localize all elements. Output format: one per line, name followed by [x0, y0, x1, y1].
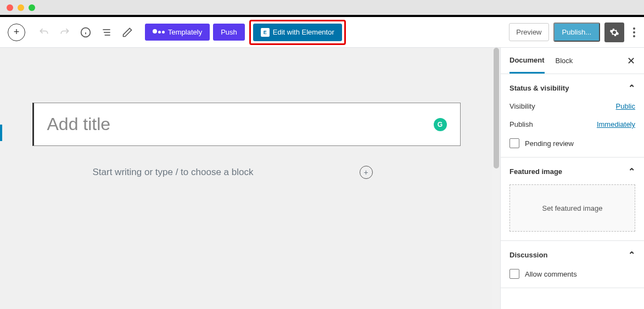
settings-button[interactable]: [604, 23, 624, 42]
preview-button[interactable]: Preview: [509, 23, 548, 41]
tab-document[interactable]: Document: [509, 48, 545, 74]
visibility-value[interactable]: Public: [616, 102, 635, 110]
push-button[interactable]: Push: [213, 24, 245, 41]
edit-button[interactable]: [117, 23, 137, 42]
chevron-up-icon: ⌃: [628, 83, 635, 93]
grammarly-icon[interactable]: G: [434, 118, 447, 131]
window-minimize-icon[interactable]: [18, 4, 24, 11]
body-placeholder-text: Start writing or type / to choose a bloc…: [93, 167, 254, 178]
settings-sidebar: Document Block ✕ Status & visibility ⌃ V…: [500, 48, 644, 309]
window-maximize-icon[interactable]: [29, 4, 35, 11]
status-visibility-header[interactable]: Status & visibility ⌃: [509, 83, 635, 93]
title-placeholder: Add title: [47, 114, 111, 134]
elementor-highlight: E Edit with Elementor: [249, 20, 346, 45]
elementor-icon: E: [261, 28, 270, 37]
window-close-icon[interactable]: [7, 4, 13, 11]
body-block-prompt[interactable]: Start writing or type / to choose a bloc…: [32, 166, 461, 179]
templately-icon: [153, 31, 165, 33]
visibility-label: Visibility: [509, 102, 535, 110]
tab-block[interactable]: Block: [556, 49, 573, 72]
block-indicator: [0, 125, 2, 141]
discussion-header[interactable]: Discussion ⌃: [509, 250, 635, 260]
close-sidebar-button[interactable]: ✕: [627, 55, 635, 67]
more-menu-button[interactable]: [629, 27, 640, 37]
add-block-button[interactable]: +: [8, 24, 25, 41]
featured-image-header[interactable]: Featured image ⌃: [509, 166, 635, 177]
post-title-input[interactable]: Add title G: [32, 103, 461, 146]
top-toolbar: + Templately Push: [0, 17, 644, 48]
outline-button[interactable]: [97, 23, 116, 42]
allow-comments-checkbox[interactable]: [509, 269, 519, 279]
redo-button[interactable]: [55, 23, 75, 42]
editor-canvas[interactable]: Add title G Start writing or type / to c…: [0, 48, 492, 309]
pending-review-label: Pending review: [525, 139, 574, 148]
set-featured-image-button[interactable]: Set featured image: [509, 184, 635, 232]
undo-button[interactable]: [34, 23, 54, 42]
window-chrome: [0, 0, 644, 15]
templately-button[interactable]: Templately: [145, 24, 210, 41]
publish-value[interactable]: Immediately: [597, 120, 635, 128]
allow-comments-label: Allow comments: [525, 270, 577, 278]
edit-elementor-button[interactable]: E Edit with Elementor: [253, 24, 342, 41]
publish-label: Publish: [509, 120, 533, 128]
info-button[interactable]: [76, 23, 96, 42]
chevron-up-icon: ⌃: [628, 166, 635, 177]
editor-scrollbar[interactable]: [492, 48, 500, 309]
publish-button[interactable]: Publish...: [553, 23, 600, 42]
add-inline-block-button[interactable]: +: [360, 166, 373, 179]
scroll-thumb[interactable]: [494, 48, 499, 168]
chevron-up-icon: ⌃: [628, 250, 635, 260]
pending-review-checkbox[interactable]: [509, 138, 519, 148]
